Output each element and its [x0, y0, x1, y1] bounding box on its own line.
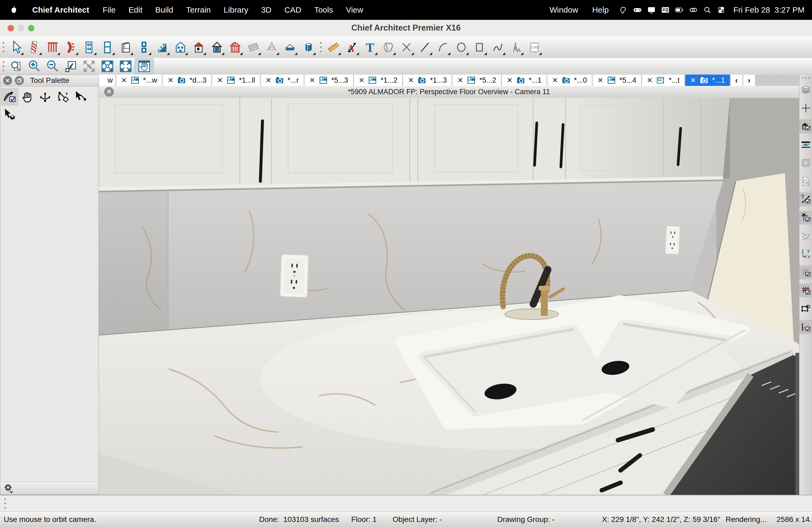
show-light-sources-toggle-button[interactable] — [799, 320, 812, 334]
cad-block-button[interactable]: CAD — [525, 37, 543, 57]
tab-close-icon[interactable]: ✕ — [121, 76, 127, 85]
toolbar-grip[interactable] — [317, 39, 324, 55]
menu-app-name[interactable]: Chief Architect — [25, 5, 96, 15]
palette-close-icon[interactable]: ✕ — [3, 76, 12, 85]
document-tab[interactable]: ✕*5...4 — [593, 75, 642, 86]
battery-icon[interactable] — [675, 5, 684, 15]
apple-logo-icon[interactable] — [10, 5, 18, 15]
tab-scroll-left-button[interactable]: ‹ — [731, 75, 743, 86]
find-in-view-button[interactable] — [799, 174, 812, 188]
build-floor-button[interactable] — [171, 37, 190, 57]
window-button[interactable] — [98, 37, 117, 57]
layer-display-options-button[interactable] — [799, 83, 812, 97]
document-tab[interactable]: ✕*1...2 — [354, 75, 403, 86]
menu-item-library[interactable]: Library — [217, 5, 255, 15]
camera-dolly-tool[interactable] — [36, 88, 54, 106]
document-tab-active[interactable]: ✕*...1 — [685, 75, 731, 86]
document-tab[interactable]: ✕*1...ll — [212, 75, 261, 86]
electrical-outlet-button[interactable] — [135, 37, 153, 57]
cad-circle-button[interactable] — [452, 37, 470, 57]
camera-tilt-tool[interactable] — [54, 88, 72, 106]
document-tab[interactable]: w — [99, 75, 116, 86]
tab-close-icon[interactable]: ✕ — [309, 76, 315, 85]
fill-window-button[interactable] — [117, 59, 135, 74]
document-tab[interactable]: ✕*5...2 — [452, 75, 502, 86]
document-tab[interactable]: ✕*...r — [261, 75, 305, 86]
rich-text-button[interactable]: T — [361, 37, 379, 57]
cad-line-button[interactable] — [416, 37, 434, 57]
bottom-toolbar-grip[interactable] — [2, 495, 9, 511]
arc-creation-modes-button[interactable] — [799, 229, 812, 243]
menu-item-cad[interactable]: CAD — [278, 5, 308, 15]
3d-viewport[interactable] — [99, 98, 799, 495]
display-icon[interactable] — [647, 5, 656, 15]
document-tab[interactable]: ✕*5...3 — [305, 75, 354, 86]
menu-item-edit[interactable]: Edit — [122, 5, 149, 15]
tab-close-icon[interactable]: ✕ — [507, 76, 512, 85]
document-tab[interactable]: ✕*...t — [642, 75, 685, 86]
tab-close-icon[interactable]: ✕ — [359, 76, 365, 85]
tool-palette-header[interactable]: ✕ Tool Palette — [0, 75, 99, 86]
cad-arc-button[interactable] — [434, 37, 452, 57]
roof-plane-button[interactable] — [244, 37, 263, 57]
tab-scroll-right-button[interactable]: › — [743, 75, 756, 86]
undo-zoom-button[interactable] — [62, 59, 80, 74]
toolbar-grip[interactable] — [0, 39, 7, 55]
spotlight-search-icon[interactable] — [703, 5, 712, 15]
object-snaps-toggle-button[interactable] — [799, 211, 812, 225]
tab-close-icon[interactable]: ✕ — [647, 76, 653, 85]
tab-close-icon[interactable]: ✕ — [408, 76, 414, 85]
menu-item-tools[interactable]: Tools — [308, 5, 339, 15]
door-button[interactable] — [80, 37, 98, 57]
document-tab[interactable]: ✕*...0 — [547, 75, 593, 86]
show-axes-button[interactable]: Zyx — [799, 247, 812, 261]
cad-spline-button[interactable] — [489, 37, 507, 57]
tab-close-icon[interactable]: ✕ — [168, 76, 173, 85]
grid-snap-toggle-button[interactable] — [799, 284, 812, 298]
tab-close-icon[interactable]: ✕ — [690, 76, 696, 85]
stairs-button[interactable] — [153, 37, 171, 57]
tab-close-icon[interactable]: ✕ — [217, 76, 223, 85]
zoom-button[interactable] — [7, 59, 25, 74]
dimension-button[interactable] — [324, 37, 343, 57]
framing-button[interactable] — [226, 37, 244, 57]
menu-item-file[interactable]: File — [96, 5, 122, 15]
keyboard-command-icon[interactable] — [661, 5, 670, 15]
tab-close-icon[interactable]: ✕ — [265, 76, 272, 85]
cross-marker-button[interactable] — [397, 37, 416, 57]
cad-detail-button[interactable]: A — [507, 37, 525, 57]
select-3d-object-tool[interactable] — [1, 106, 18, 123]
electrical-outlet-right[interactable] — [665, 226, 680, 254]
fill-window-building-button[interactable] — [98, 59, 117, 74]
leader-text-button[interactable]: A — [343, 37, 361, 57]
fill-window-gray-button[interactable] — [80, 59, 98, 74]
select-objects-button[interactable] — [7, 37, 25, 57]
skylight-button[interactable] — [263, 37, 281, 57]
document-tab[interactable]: ✕*...w — [116, 75, 163, 86]
document-tab[interactable]: ✕*...1 — [502, 75, 547, 86]
camera-move-tool[interactable] — [72, 88, 89, 106]
menu-item-view[interactable]: View — [339, 5, 369, 15]
camera-pan-tool[interactable] — [18, 88, 36, 106]
electrical-outlet-left[interactable] — [280, 254, 308, 297]
tab-close-icon[interactable]: ✕ — [552, 76, 558, 85]
selection-frame-button[interactable] — [799, 156, 812, 170]
grid-display-toggle-button[interactable] — [799, 266, 812, 279]
curved-wall-button[interactable] — [62, 37, 80, 57]
menu-clock[interactable]: Fri Feb 28 3:27 PM — [733, 5, 804, 15]
menu-item-window[interactable]: Window — [542, 5, 585, 15]
zoom-in-button[interactable] — [25, 59, 44, 74]
camera-orbit-tool[interactable] — [1, 88, 18, 106]
tab-close-icon[interactable]: ✕ — [597, 76, 603, 85]
upper-cabinets[interactable] — [99, 98, 730, 192]
build-roof-button[interactable] — [190, 37, 208, 57]
rebuild-3d-button[interactable] — [799, 138, 812, 152]
menu-item-3d[interactable]: 3D — [255, 5, 278, 15]
toolbar-grip[interactable] — [0, 58, 7, 74]
menu-item-help[interactable]: Help — [585, 5, 616, 15]
cad-rect-button[interactable] — [470, 37, 489, 57]
game-controller-icon[interactable] — [633, 5, 642, 15]
gear-icon[interactable] — [3, 482, 15, 494]
temporary-dimensions-toggle-button[interactable]: T — [799, 192, 812, 206]
menu-item-build[interactable]: Build — [149, 5, 180, 15]
